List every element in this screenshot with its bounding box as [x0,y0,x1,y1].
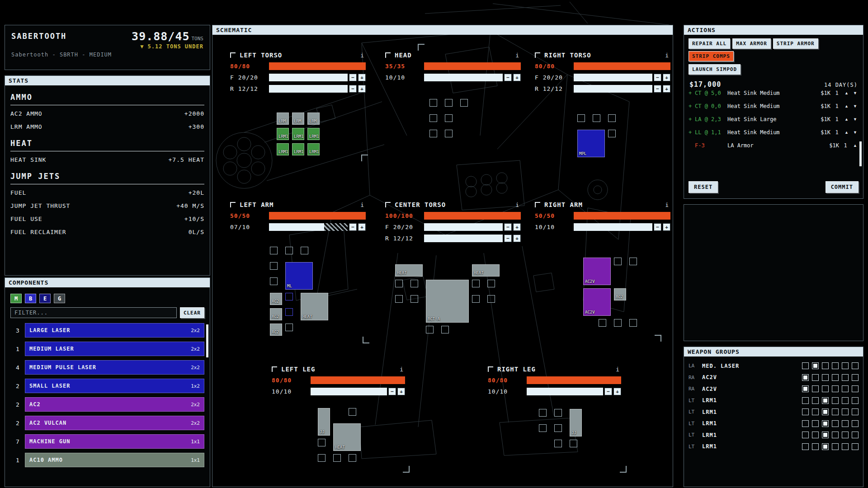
decrease-button[interactable]: − [349,85,357,93]
component-filter-e[interactable]: E [39,294,51,303]
component-item-machine-gun[interactable]: MACHINE GUN1x1 [25,434,204,449]
empty-slot[interactable] [318,439,326,446]
group-checkbox[interactable] [832,443,839,450]
move-up-button[interactable]: ▲ [852,143,859,148]
increase-button[interactable]: + [513,74,521,81]
empty-slot[interactable] [445,114,453,122]
group-checkbox[interactable] [822,443,829,450]
component-item-small-laser[interactable]: SMALL LASER1x2 [25,379,204,393]
group-checkbox[interactable] [852,385,859,392]
group-checkbox[interactable] [832,420,839,427]
empty-slot[interactable] [429,99,437,107]
module-ac2v[interactable]: AC2V [583,258,611,285]
group-checkbox[interactable] [852,432,859,438]
increase-button[interactable]: + [663,74,670,81]
empty-slot[interactable] [554,440,562,447]
group-checkbox[interactable] [822,362,829,369]
empty-slot[interactable] [395,295,403,303]
component-item-large-laser[interactable]: LARGE LASER2x2 [25,323,204,338]
component-item-medium-laser[interactable]: MEDIUM LASER2x2 [25,342,204,356]
group-checkbox[interactable] [812,420,819,427]
module-lrm1[interactable]: LRM1 [307,128,320,140]
move-down-button[interactable]: ▼ [852,104,859,108]
repair-all-button[interactable]: REPAIR ALL [689,38,730,49]
group-checkbox[interactable] [802,385,809,392]
clear-filter-button[interactable]: CLEAR [180,307,204,318]
max-armor-button[interactable]: MAX ARMOR [732,38,771,49]
group-checkbox[interactable] [852,374,859,381]
component-item-medium-pulse-laser[interactable]: MEDIUM PULSE LASER2x2 [25,360,204,375]
component-item-ac2[interactable]: AC22x2 [25,397,204,412]
module-lrm1[interactable]: LRM1 [292,143,304,155]
empty-slot[interactable] [599,319,606,327]
empty-slot[interactable] [570,440,577,447]
group-checkbox[interactable] [812,432,819,438]
move-down-button[interactable]: ▼ [852,117,859,122]
group-checkbox[interactable] [832,385,839,392]
empty-slot-energy[interactable] [285,293,293,300]
group-checkbox[interactable] [822,408,829,415]
info-icon[interactable]: i [360,52,366,59]
decrease-button[interactable]: − [504,223,512,231]
group-checkbox[interactable] [832,397,839,404]
group-checkbox[interactable] [802,420,809,427]
empty-slot[interactable] [410,295,418,303]
strip-armor-button[interactable]: STRIP ARMOR [773,38,818,49]
empty-slot[interactable] [349,454,356,462]
actions-scrollbar[interactable] [859,141,862,166]
strip-comps-button[interactable]: STRIP COMPS [689,51,734,61]
module-ac2[interactable]: AC2 [270,293,282,305]
empty-slot[interactable] [608,130,616,137]
increase-button[interactable]: + [663,223,670,231]
component-filter-g[interactable]: G [54,294,65,303]
filter-input[interactable] [10,307,177,318]
empty-slot[interactable] [301,247,308,254]
module-mpl[interactable]: MPL [577,130,605,157]
module-lrm[interactable]: LRM [277,113,289,125]
group-checkbox[interactable] [842,385,849,392]
empty-slot[interactable] [395,280,403,287]
info-icon[interactable]: i [515,52,521,59]
increase-button[interactable]: + [397,388,405,395]
empty-slot[interactable] [410,280,418,287]
decrease-button[interactable]: − [604,388,612,395]
empty-slot[interactable] [487,280,495,287]
components-scrollbar[interactable] [206,324,208,357]
group-checkbox[interactable] [832,408,839,415]
group-checkbox[interactable] [852,443,859,450]
group-checkbox[interactable] [802,374,809,381]
empty-slot[interactable] [460,99,468,107]
module-heat[interactable]: HEAT [472,264,500,277]
empty-slot-energy[interactable] [285,308,293,316]
decrease-button[interactable]: − [504,235,512,242]
group-checkbox[interactable] [802,397,809,404]
empty-slot[interactable] [539,409,547,417]
empty-slot[interactable] [270,247,278,254]
group-checkbox[interactable] [842,420,849,427]
decrease-button[interactable]: − [654,223,661,231]
empty-slot[interactable] [539,424,547,432]
group-checkbox[interactable] [822,397,829,404]
empty-slot[interactable] [429,130,437,137]
group-checkbox[interactable] [842,362,849,369]
empty-slot[interactable] [426,326,434,333]
module-ac2[interactable]: AC2 [614,288,626,300]
group-checkbox[interactable] [822,385,829,392]
group-checkbox[interactable] [812,443,819,450]
empty-slot[interactable] [554,409,562,417]
component-filter-b[interactable]: B [25,294,36,303]
empty-slot[interactable] [445,99,453,107]
decrease-button[interactable]: − [504,74,512,81]
empty-slot[interactable] [349,408,356,416]
group-checkbox[interactable] [802,443,809,450]
group-checkbox[interactable] [852,397,859,404]
module-lrm[interactable]: LRM [292,113,304,125]
launch-simpod-button[interactable]: LAUNCH SIMPOD [689,64,741,75]
group-checkbox[interactable] [802,432,809,438]
empty-slot[interactable] [270,262,278,270]
empty-slot[interactable] [285,324,293,331]
empty-slot[interactable] [577,114,585,122]
info-icon[interactable]: i [665,52,670,59]
module-ac2v[interactable]: AC2V [583,288,611,316]
module-rct-a[interactable]: RCT-A [426,280,469,323]
